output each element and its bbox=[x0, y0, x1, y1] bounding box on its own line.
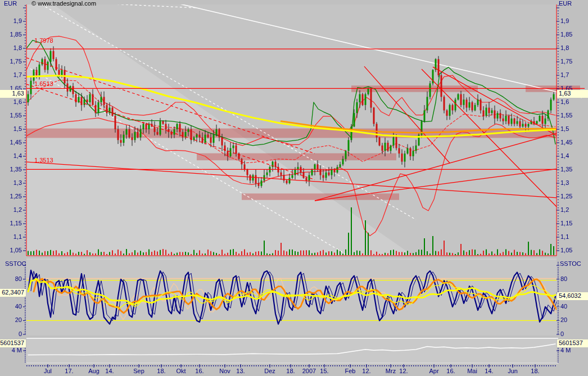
price-axis-label-right: 1,8 bbox=[560, 45, 569, 51]
price-axis-label-right: 1,2 bbox=[560, 207, 569, 213]
stochastic-axis-label-right: 40 bbox=[560, 303, 567, 310]
stochastic-value-tag-left: 62,3407 bbox=[0, 289, 26, 297]
currency-label-right: EUR bbox=[559, 1, 572, 7]
price-axis-label-left: 1,85 bbox=[0, 31, 22, 38]
price-axis-label-right: 1,45 bbox=[560, 139, 572, 146]
price-axis-label-right: 1,7 bbox=[560, 72, 569, 78]
price-axis-label-left: 1,55 bbox=[0, 112, 22, 119]
stochastic-panel-title-left: SSTOC bbox=[5, 261, 26, 267]
volume-value-tag-right: 5601537 bbox=[557, 339, 588, 347]
stochastic-axis-label-left: 40 bbox=[0, 303, 22, 310]
price-axis-label-left: 1,9 bbox=[0, 18, 22, 24]
price-axis-label-left: 1,05 bbox=[0, 247, 22, 253]
stochastic-axis-label-left: 20 bbox=[0, 317, 22, 323]
price-axis-label-right: 1,1 bbox=[560, 234, 569, 240]
price-axis-label-right: 1,9 bbox=[560, 18, 569, 24]
price-axis-label-left: 1,8 bbox=[0, 45, 22, 51]
price-axis-label-left: 1,7 bbox=[0, 72, 22, 78]
price-axis-label-left: 1,5 bbox=[0, 126, 22, 132]
price-axis-label-right: 1,3 bbox=[560, 180, 569, 186]
price-axis-label-left: 1,3 bbox=[0, 180, 22, 186]
price-axis-label-right: 1,75 bbox=[560, 58, 572, 65]
currency-label-left: EUR bbox=[4, 1, 17, 7]
price-axis-label-right: 1,6 bbox=[560, 99, 569, 105]
price-axis-label-right: 1,85 bbox=[560, 31, 572, 38]
stochastic-axis-label-left: 0 bbox=[0, 331, 22, 337]
current-price-tag-right: 1,63 bbox=[557, 90, 588, 98]
price-chart-panel[interactable] bbox=[26, 4, 557, 256]
price-axis-label-right: 1,15 bbox=[560, 220, 572, 226]
price-axis-label-right: 1,4 bbox=[560, 153, 569, 159]
price-axis-label-left: 1,2 bbox=[0, 207, 22, 213]
price-axis-label-left: 1,4 bbox=[0, 153, 22, 159]
stochastic-value-tag-right: 54,6032 bbox=[557, 292, 588, 300]
price-axis-label-left: 1,1 bbox=[0, 234, 22, 240]
price-axis-label-right: 1,25 bbox=[560, 193, 572, 200]
tradesignal-chart-window: EUR © www.tradesignal.com EUR SSTOC SSTO… bbox=[0, 0, 588, 376]
price-axis-label-left: 1,6 bbox=[0, 99, 22, 105]
current-price-tag-left: 1,63 bbox=[0, 90, 26, 98]
price-axis-label-right: 1,5 bbox=[560, 126, 569, 132]
price-axis-label-right: 1,05 bbox=[560, 247, 572, 253]
volume-value-tag-left: 5601537 bbox=[0, 339, 26, 347]
stochastic-axis-label-right: 80 bbox=[560, 276, 567, 282]
price-axis-label-right: 1,55 bbox=[560, 112, 572, 119]
volume-axis-tick-left: 4 M bbox=[0, 347, 22, 354]
price-axis-label-left: 1,15 bbox=[0, 220, 22, 226]
stochastic-axis-label-right: 0 bbox=[560, 331, 564, 337]
volume-panel[interactable] bbox=[26, 339, 557, 363]
price-axis-label-left: 1,25 bbox=[0, 193, 22, 200]
stochastic-panel-title-right: SSTOC bbox=[560, 261, 581, 267]
time-axis[interactable] bbox=[26, 364, 557, 376]
stochastic-axis-label-right: 20 bbox=[560, 317, 567, 323]
price-axis-label-right: 1,35 bbox=[560, 166, 572, 173]
price-axis-label-left: 1,45 bbox=[0, 139, 22, 146]
stochastic-panel[interactable] bbox=[26, 260, 557, 336]
volume-axis-tick-right: 4 M bbox=[560, 347, 571, 354]
stochastic-axis-label-left: 80 bbox=[0, 276, 22, 282]
price-axis-label-left: 1,75 bbox=[0, 58, 22, 65]
price-axis-label-left: 1,35 bbox=[0, 166, 22, 173]
